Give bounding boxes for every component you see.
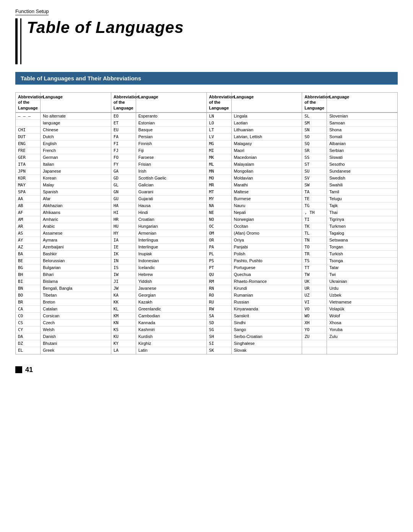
languages-table: Abbreviationof theLanguageLanguage— — —N…	[15, 92, 398, 354]
footer: 41	[15, 366, 398, 374]
table-row: SWSwahili	[302, 182, 397, 189]
table-row: TWTwi	[302, 271, 397, 278]
table-row: RURussian	[207, 299, 302, 306]
abbr-cell: CY	[16, 326, 41, 333]
table-row: STSesotho	[302, 161, 397, 168]
abbr-cell: CS	[16, 320, 41, 326]
lang-cell: English	[41, 140, 111, 147]
table-row: TKTurkmen	[302, 223, 397, 230]
lang-cell: Bhutani	[41, 340, 111, 347]
lang-cell: Tsonga	[327, 258, 397, 264]
lang-cell: Pashto, Pushto	[232, 258, 302, 264]
table-row: JIYiddish	[111, 278, 206, 285]
lang-cell: Japanese	[41, 168, 111, 175]
abbr-cell: TW	[302, 271, 327, 278]
abbr-cell: GN	[111, 189, 136, 195]
table-row: SMSamoan	[302, 120, 397, 127]
abbr-cell: SH	[207, 333, 232, 340]
table-row: NONorwegian	[207, 216, 302, 223]
abbr-cell: BA	[16, 251, 41, 257]
lang-cell: Norwegian	[232, 216, 302, 223]
table-row: OM(Afan) Oromo	[207, 230, 302, 237]
abbr-cell: HR	[111, 216, 136, 223]
lang-cell: Icelandic	[136, 264, 206, 271]
table-row: KSKashmiri	[111, 326, 206, 333]
lang-cell: Albanian	[327, 140, 397, 147]
abbr-cell: ZU	[302, 333, 327, 340]
table-row: RMRhaeto-Romance	[207, 278, 302, 285]
table-row: AMAmharic	[16, 216, 111, 223]
lang-cell: (Afan) Oromo	[232, 230, 302, 237]
table-row: KUKurdish	[111, 333, 206, 340]
table-row: FAPersian	[111, 134, 206, 140]
table-row: LVLatvian, Lettish	[207, 134, 302, 140]
abbr-cell: AM	[16, 216, 41, 223]
column-header: Abbreviationof theLanguageLanguage	[111, 93, 206, 113]
lang-cell: Twi	[327, 271, 397, 278]
abbr-cell: GU	[111, 196, 136, 202]
table-row: SRSerbian	[302, 147, 397, 154]
abbr-cell: SS	[302, 154, 327, 161]
abbr-cell: FJ	[111, 147, 136, 154]
lang-cell: Telugu	[327, 196, 397, 202]
table-row: GLGalician	[111, 182, 206, 189]
abbr-cell: ST	[302, 161, 327, 168]
lang-cell: language	[41, 120, 111, 126]
table-row: OROriya	[207, 237, 302, 244]
lang-cell: Bislama	[41, 278, 111, 285]
table-row: URUrdu	[302, 285, 397, 292]
lang-cell	[327, 340, 397, 347]
lang-cell: Fiji	[136, 147, 206, 154]
table-row: BGBulgarian	[16, 264, 111, 271]
table-row: HIHindi	[111, 209, 206, 216]
abbr-cell: MO	[207, 175, 232, 181]
table-row: SQAlbanian	[302, 140, 397, 147]
lang-cell: Slovenian	[327, 113, 397, 119]
lang-cell: Hungarian	[136, 223, 206, 230]
table-row: ISIcelandic	[111, 264, 206, 271]
table-row: IAInterlingua	[111, 237, 206, 244]
lang-cell: Basque	[136, 127, 206, 133]
abbr-cell: SI	[207, 340, 232, 347]
abbr-cell: FO	[111, 154, 136, 161]
table-row: FOFaroese	[111, 154, 206, 161]
table-row: BNBengali, Bangla	[16, 285, 111, 292]
abbr-cell: AA	[16, 196, 41, 202]
lang-cell: Hebrew	[136, 271, 206, 278]
abbr-cell: BO	[16, 292, 41, 299]
abbr-cell: TE	[302, 196, 327, 202]
table-row: SNShona	[302, 127, 397, 134]
lang-cell: Esperanto	[136, 113, 206, 119]
lang-cell: Siswati	[327, 154, 397, 161]
abbr-cell: UZ	[302, 292, 327, 299]
abbr-cell: CA	[16, 306, 41, 312]
lang-cell: Turkish	[327, 251, 397, 257]
abbr-cell: KN	[111, 320, 136, 326]
abbr-cell: HU	[111, 223, 136, 230]
lang-cell: Arabic	[41, 223, 111, 230]
lang-cell: Kazakh	[136, 299, 206, 305]
table-row: KAGeorgian	[111, 292, 206, 299]
abbr-cell: UR	[302, 285, 327, 292]
table-row: NANauru	[207, 202, 302, 209]
abbr-cell: EU	[111, 127, 136, 133]
abbr-cell: PS	[207, 258, 232, 264]
lang-cell: Nepali	[232, 209, 302, 216]
abbr-cell: AY	[16, 237, 41, 243]
table-row: SISinghalese	[207, 340, 302, 347]
table-row: WOWolof	[302, 313, 397, 320]
lang-cell: Occitan	[232, 223, 302, 230]
page-title: Table of Languages	[27, 18, 184, 37]
table-row: LALatin	[111, 347, 206, 354]
abbr-cell: KM	[111, 313, 136, 319]
abbr-cell: IK	[111, 251, 136, 257]
table-row: JWJavanese	[111, 285, 206, 292]
table-row: RWKinyarwanda	[207, 306, 302, 313]
abbr-cell: SM	[302, 120, 327, 126]
table-row: MOMoldavian	[207, 175, 302, 182]
table-row: PSPashto, Pushto	[207, 258, 302, 264]
abbr-cell: CO	[16, 313, 41, 319]
table-row: AFAfrikaans	[16, 209, 111, 216]
abbr-cell: PA	[207, 244, 232, 250]
table-row: TOTongan	[302, 244, 397, 251]
